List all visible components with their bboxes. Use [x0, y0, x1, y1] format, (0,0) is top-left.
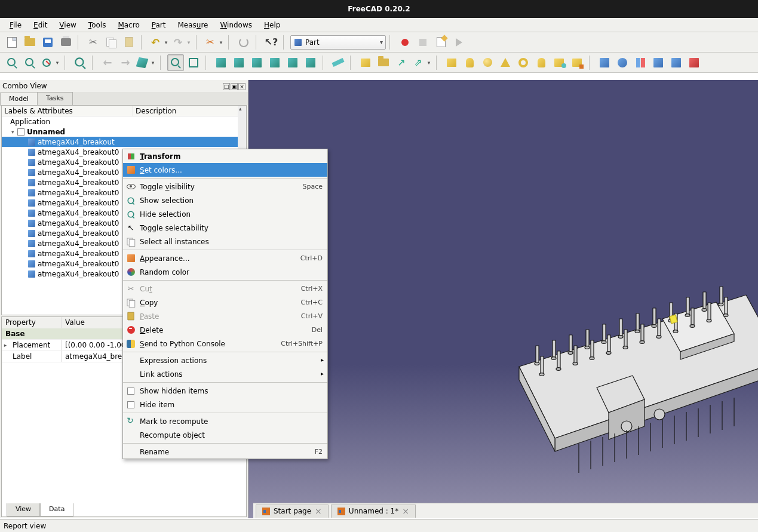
front-view-button[interactable] — [213, 54, 229, 71]
menu-file[interactable]: File — [5, 20, 26, 30]
menu-macro[interactable]: Macro — [113, 20, 144, 30]
ctx-delete[interactable]: DeleteDel — [123, 323, 327, 337]
link-button[interactable]: ✂▾ — [203, 34, 225, 51]
nav-back-button[interactable]: ← — [99, 54, 116, 71]
report-view-bar[interactable]: Report view — [0, 519, 758, 532]
redo-button[interactable]: ↷▾ — [171, 34, 192, 51]
menu-tools[interactable]: Tools — [84, 20, 111, 30]
ctx-link-actions[interactable]: Link actions — [123, 367, 327, 381]
rear-view-button[interactable] — [266, 54, 283, 71]
macro-record-button[interactable] — [397, 34, 413, 51]
svg-marker-2 — [519, 367, 555, 451]
new-button[interactable] — [4, 34, 20, 51]
menu-edit[interactable]: Edit — [29, 20, 52, 30]
menu-windows[interactable]: Windows — [215, 20, 257, 30]
fit-selection-button[interactable] — [22, 54, 38, 71]
torus-button[interactable] — [515, 54, 532, 71]
menu-measure[interactable]: Measure — [173, 20, 213, 30]
refresh-button[interactable] — [235, 34, 252, 51]
whatsthis-button[interactable]: ↖? — [263, 34, 280, 51]
tab-unnamed[interactable]: Unnamed : 1* × — [331, 505, 416, 518]
panel-window-buttons[interactable]: □▣× — [222, 82, 245, 90]
svg-rect-35 — [557, 351, 560, 369]
fillet-button[interactable] — [650, 54, 667, 71]
ctx-show-hidden-items[interactable]: Show hidden items — [123, 384, 327, 398]
ctx-hide-selection[interactable]: Hide selection — [123, 207, 327, 221]
box-button[interactable] — [443, 54, 460, 71]
sphere-button[interactable] — [479, 54, 496, 71]
fit-all-button[interactable] — [4, 54, 20, 71]
svg-point-14 — [568, 352, 573, 355]
tab-model[interactable]: Model — [0, 93, 38, 106]
ctx-set-colors-[interactable]: Set colors... — [123, 163, 327, 177]
print-button[interactable] — [57, 34, 74, 51]
svg-point-50 — [673, 330, 678, 333]
ctx-expression-actions[interactable]: Expression actions — [123, 353, 327, 367]
cylinder-button[interactable] — [461, 54, 478, 71]
macro-edit-button[interactable] — [432, 34, 449, 51]
cone-button[interactable] — [497, 54, 514, 71]
workbench-selector[interactable]: Part — [290, 35, 386, 50]
mirror-button[interactable] — [632, 54, 649, 71]
bottom-view-button[interactable] — [284, 54, 301, 71]
chamfer-button[interactable] — [668, 54, 685, 71]
link-make-button[interactable]: ↗ — [393, 54, 410, 71]
ctx-show-selection[interactable]: Show selection — [123, 193, 327, 207]
ctx-copy[interactable]: CopyCtrl+C — [123, 296, 327, 309]
prop-tab-data[interactable]: Data — [40, 503, 73, 516]
ctx-transform[interactable]: Transform — [123, 149, 327, 163]
toolbar-view: ▾ ← → ▾ ↗ ⇗▾ — [0, 53, 758, 73]
ctx-toggle-visibility[interactable]: Toggle visibilitySpace — [123, 180, 327, 193]
ruled-surface-button[interactable] — [686, 54, 702, 71]
window-title: FreeCAD 0.20.2 — [348, 5, 410, 13]
svg-point-7 — [621, 421, 632, 432]
macro-stop-button[interactable] — [415, 34, 431, 51]
shape-builder-button[interactable] — [569, 54, 585, 71]
right-view-button[interactable] — [248, 54, 265, 71]
part-create-button[interactable] — [357, 54, 374, 71]
tab-tasks[interactable]: Tasks — [37, 92, 72, 105]
primitives-button[interactable] — [551, 54, 567, 71]
paste-button[interactable] — [121, 34, 137, 51]
save-button[interactable] — [39, 34, 56, 51]
ctx-select-all-instances[interactable]: Select all instances — [123, 235, 327, 248]
tube-button[interactable] — [533, 54, 550, 71]
undo-button[interactable]: ↶▾ — [148, 34, 170, 51]
prop-tab-view[interactable]: View — [7, 503, 40, 516]
draw-style-button[interactable]: ▾ — [39, 54, 61, 71]
tree-root[interactable]: Application — [2, 116, 246, 127]
extrude-button[interactable] — [596, 54, 613, 71]
revolve-button[interactable] — [614, 54, 631, 71]
iso-view-button[interactable]: ▾ — [135, 54, 156, 71]
copy-button[interactable] — [103, 34, 119, 51]
top-view-button[interactable] — [231, 54, 247, 71]
ctx-hide-item[interactable]: Hide item — [123, 398, 327, 411]
menu-view[interactable]: View — [54, 20, 81, 30]
ctx-random-color[interactable]: Random color — [123, 265, 327, 279]
tab-start-page[interactable]: Start page × — [256, 505, 329, 518]
measure-button[interactable] — [330, 54, 346, 71]
ctx-recompute-object[interactable]: Recompute object — [123, 428, 327, 442]
left-view-button[interactable] — [302, 54, 319, 71]
ctx-send-to-python-console[interactable]: Send to Python ConsoleCtrl+Shift+P — [123, 337, 327, 350]
nav-forward-button[interactable]: → — [117, 54, 134, 71]
close-icon[interactable]: × — [315, 506, 322, 516]
open-button[interactable] — [22, 34, 38, 51]
menu-help[interactable]: Help — [259, 20, 285, 30]
ctx-rename[interactable]: RenameF2 — [123, 445, 327, 459]
ctx-appearance-[interactable]: Appearance...Ctrl+D — [123, 251, 327, 265]
sync-view-button[interactable] — [167, 54, 184, 71]
tree-doc[interactable]: ▾Unnamed — [2, 127, 246, 137]
group-create-button[interactable] — [375, 54, 392, 71]
tree-item[interactable]: atmegaXu4_breakout — [2, 137, 246, 147]
close-icon[interactable]: × — [402, 506, 409, 516]
macro-run-button[interactable] — [450, 34, 467, 51]
cut-button[interactable]: ✂ — [85, 34, 102, 51]
menu-part[interactable]: Part — [147, 20, 171, 30]
isometric-button[interactable] — [185, 54, 202, 71]
ctx-mark-to-recompute[interactable]: Mark to recompute — [123, 414, 327, 428]
svg-rect-25 — [670, 303, 673, 321]
link-actions-button[interactable]: ⇗▾ — [411, 54, 432, 71]
ctx-toggle-selectability[interactable]: ↖Toggle selectability — [123, 221, 327, 235]
bounding-box-button[interactable] — [72, 54, 88, 71]
